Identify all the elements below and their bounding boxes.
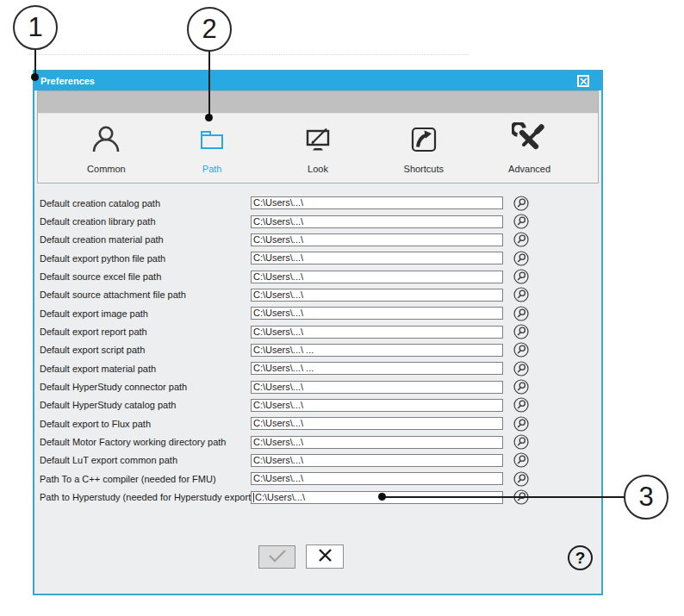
- browse-button[interactable]: [513, 379, 529, 395]
- field-value: C:\Users\...\: [253, 289, 303, 301]
- browse-button[interactable]: [513, 361, 529, 376]
- browse-button[interactable]: [513, 232, 529, 247]
- field-value: C:\Users\...\: [253, 234, 303, 246]
- field-label: Default source excel file path: [40, 271, 251, 282]
- field-label: Default export material path: [40, 364, 251, 374]
- magnifier-icon: [513, 219, 529, 232]
- shortcut-arrow-icon: [406, 122, 442, 159]
- ok-button[interactable]: [258, 545, 295, 569]
- field-row: Default export material path C:\Users\..…: [37, 359, 600, 377]
- field-row: Default creation material path C:\Users\…: [37, 231, 600, 249]
- field-input[interactable]: C:\Users\...\ ...: [251, 344, 503, 357]
- field-value: C:\Users\...\: [253, 197, 303, 208]
- field-label: Path To a C++ compiler (needed for FMU): [40, 474, 251, 484]
- callout-line-2: [208, 52, 210, 118]
- field-input[interactable]: C:\Users\...\: [251, 252, 503, 264]
- field-value: C:\Users\...\: [253, 327, 303, 338]
- field-input[interactable]: C:\Users\...\: [251, 472, 503, 485]
- dialog-titlebar[interactable]: Preferences: [34, 72, 601, 90]
- field-input[interactable]: C:\Users\...\: [251, 436, 503, 449]
- field-input[interactable]: C:\Users\...\: [251, 454, 503, 467]
- browse-button[interactable]: [513, 452, 529, 468]
- field-input[interactable]: C:\Users\...\: [251, 399, 503, 412]
- field-input[interactable]: C:\Users\...\: [251, 215, 503, 228]
- cancel-button[interactable]: [306, 544, 344, 569]
- field-label: Path to Hyperstudy (needed for Hyperstud…: [40, 492, 251, 502]
- magnifier-icon: [513, 274, 529, 287]
- field-input[interactable]: C:\Users\...\: [251, 381, 503, 394]
- browse-button[interactable]: [513, 397, 529, 413]
- field-row: Default HyperStudy connector path C:\Use…: [37, 377, 600, 395]
- field-value: C:\Users\...\: [253, 400, 303, 411]
- field-row: Default creation catalog path C:\Users\.…: [37, 194, 600, 212]
- close-button[interactable]: [577, 75, 589, 87]
- field-value: C:\Users\...\: [253, 473, 303, 484]
- field-input[interactable]: C:\Users\...\: [251, 417, 503, 430]
- field-value: C:\Users\...\: [253, 437, 303, 448]
- field-row: Default export python file path C:\Users…: [37, 249, 600, 267]
- field-input[interactable]: C:\Users\...\: [251, 271, 503, 283]
- field-label: Default creation material path: [40, 234, 251, 245]
- callout-dot-3: [378, 493, 386, 501]
- magnifier-icon: [513, 402, 529, 415]
- field-row: Default HyperStudy catalog path C:\Users…: [37, 396, 600, 414]
- tab-label: Advanced: [508, 164, 550, 174]
- browse-button[interactable]: [513, 471, 529, 487]
- magnifier-icon: [513, 421, 529, 434]
- browse-button[interactable]: [513, 196, 529, 211]
- help-button[interactable]: ?: [568, 545, 593, 570]
- magnifier-icon: [513, 457, 529, 470]
- tab-label: Common: [87, 164, 126, 174]
- field-input[interactable]: C:\Users\...\: [251, 233, 503, 246]
- field-label: Default export python file path: [40, 253, 251, 264]
- field-input[interactable]: C:\Users\...\: [251, 307, 503, 320]
- magnifier-icon: [513, 384, 529, 397]
- browse-button[interactable]: [513, 416, 529, 432]
- field-label: Default LuT export common path: [40, 455, 251, 465]
- field-label: Default export script path: [40, 345, 251, 355]
- tab-label: Path: [202, 164, 222, 174]
- magnifier-icon: [513, 476, 529, 489]
- field-label: Default export image path: [40, 308, 251, 319]
- field-input[interactable]: C:\Users\...\: [251, 196, 503, 209]
- browse-button[interactable]: [513, 251, 529, 266]
- check-icon: [268, 549, 287, 565]
- tab-common[interactable]: Common: [59, 122, 153, 174]
- browse-button[interactable]: [513, 324, 529, 339]
- field-row: Default export image path C:\Users\...\: [37, 304, 600, 322]
- field-row: Default export report path C:\Users\...\: [37, 322, 600, 340]
- browse-button[interactable]: [513, 269, 529, 284]
- field-row: Default Motor Factory working directory …: [37, 432, 600, 451]
- field-row: Default creation library path C:\Users\.…: [37, 212, 600, 230]
- browse-button[interactable]: [513, 214, 529, 229]
- toolbar-grayband: [38, 91, 598, 114]
- callout-dot-2: [205, 114, 213, 121]
- field-label: Default creation library path: [40, 216, 251, 227]
- callout-circle-2: 2: [187, 7, 232, 52]
- browse-button[interactable]: [513, 434, 529, 450]
- browse-button[interactable]: [513, 342, 529, 358]
- magnifier-icon: [513, 347, 529, 360]
- browse-button[interactable]: [513, 287, 529, 302]
- browse-button[interactable]: [513, 306, 529, 321]
- callout-number: 3: [638, 482, 653, 513]
- callout-circle-1: 1: [13, 5, 58, 50]
- person-icon: [88, 122, 124, 159]
- tab-shortcuts[interactable]: Shortcuts: [376, 122, 471, 174]
- field-value: C:\Users\...\: [253, 252, 303, 264]
- tab-path[interactable]: Path: [165, 122, 259, 174]
- magnifier-icon: [513, 366, 529, 379]
- tab-advanced[interactable]: Advanced: [482, 122, 577, 174]
- field-row: Default source excel file path C:\Users\…: [37, 267, 600, 285]
- tab-label: Look: [308, 164, 328, 174]
- field-label: Default export report path: [40, 327, 251, 337]
- field-row: Path To a C++ compiler (needed for FMU) …: [37, 470, 600, 488]
- tab-look[interactable]: Look: [270, 122, 365, 174]
- field-input[interactable]: C:\Users\...\ ...: [251, 362, 503, 375]
- field-row: Default source attachment file path C:\U…: [37, 286, 600, 304]
- field-row: Default export script path C:\Users\...\…: [37, 341, 600, 359]
- field-input[interactable]: C:\Users\...\: [251, 289, 503, 302]
- field-input[interactable]: C:\Users\...\: [251, 326, 503, 339]
- magnifier-icon: [513, 237, 529, 250]
- magnifier-icon: [513, 256, 529, 269]
